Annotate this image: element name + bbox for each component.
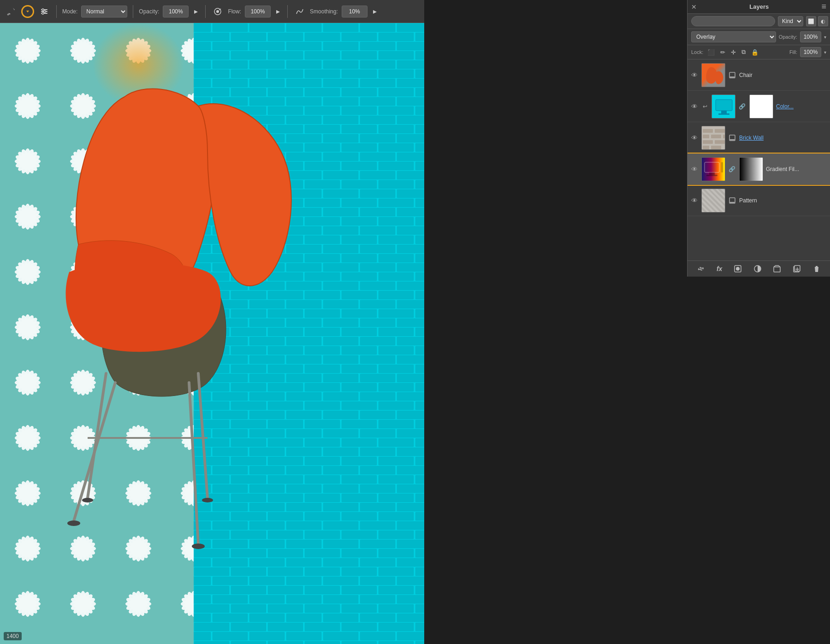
opacity-input[interactable] — [800, 31, 821, 42]
layer-visibility-eye[interactable]: 👁 — [690, 102, 699, 111]
canvas-coordinates: 1400 — [4, 632, 22, 640]
fill-input[interactable] — [800, 47, 821, 57]
canvas-area[interactable]: 1400 — [0, 23, 424, 644]
svg-rect-44 — [716, 100, 732, 111]
filter-search-input[interactable] — [691, 16, 775, 26]
blend-row: Overlay Opacity: ▾ — [688, 29, 830, 45]
fill-adjustment-button[interactable] — [751, 264, 765, 274]
lock-all-btn[interactable]: 🔒 — [750, 48, 760, 56]
new-layer-button[interactable] — [790, 264, 804, 274]
layer-visibility-eye[interactable]: 👁 — [690, 165, 699, 173]
flow-input[interactable] — [245, 6, 271, 18]
mode-label: Mode: — [62, 8, 77, 15]
svg-rect-54 — [703, 146, 709, 149]
svg-line-34 — [198, 373, 208, 498]
layer-effects-button[interactable]: fx — [714, 264, 725, 273]
link-layers-button[interactable] — [694, 264, 708, 274]
lock-transparent-btn[interactable]: ⬛ — [706, 48, 716, 56]
layer-visibility-eye[interactable]: 👁 — [690, 134, 699, 142]
smoothing-label: Smoothing: — [310, 8, 338, 15]
add-mask-button[interactable] — [731, 264, 745, 274]
svg-point-39 — [67, 520, 80, 526]
layer-link-icon: ↩ — [701, 103, 709, 110]
panel-close-button[interactable]: ✕ — [691, 3, 697, 11]
layer-chain-icon[interactable]: 🔗 — [738, 103, 746, 110]
brush-tool-icon[interactable] — [5, 5, 18, 18]
svg-rect-60 — [706, 175, 717, 176]
svg-point-40 — [192, 544, 205, 549]
filter-adjust-btn[interactable]: ◐ — [818, 16, 828, 26]
flow-label: Flow: — [228, 8, 241, 15]
opacity-input[interactable] — [163, 6, 189, 18]
filter-kind-select[interactable]: Kind — [778, 16, 803, 26]
svg-point-8 — [216, 10, 219, 13]
airbrush-icon[interactable] — [211, 5, 224, 18]
layer-name: Chair — [739, 72, 827, 78]
opacity-arrow-btn[interactable]: ▾ — [824, 35, 826, 40]
svg-rect-49 — [703, 135, 709, 138]
tool-settings-icon[interactable] — [38, 5, 51, 18]
fill-arrow-btn[interactable]: ▾ — [824, 50, 826, 55]
layers-list: 👁 Chair 👁 ↩ — [688, 59, 830, 260]
layers-bottom-bar: fx — [688, 260, 830, 277]
canvas-chair-image — [14, 51, 374, 595]
layer-type-badge — [728, 134, 736, 142]
mode-select[interactable]: Normal — [81, 6, 127, 18]
badge-icon — [729, 197, 735, 204]
lock-image-btn[interactable]: ✏ — [719, 48, 727, 56]
lock-label: Lock: — [691, 49, 703, 55]
svg-rect-46 — [718, 113, 729, 115]
lock-move-btn[interactable]: ✛ — [729, 48, 737, 56]
layer-row[interactable]: 👁 🔗 Gradient Fil... — [688, 154, 830, 185]
lock-artboard-btn[interactable]: ⧉ — [740, 48, 747, 56]
svg-rect-50 — [711, 135, 721, 138]
layer-row[interactable]: 👁 Pattern — [688, 185, 830, 216]
filter-pixel-btn[interactable]: ⬜ — [806, 16, 816, 26]
layer-visibility-eye[interactable]: 👁 — [690, 71, 699, 79]
opacity-toggle-btn[interactable]: ▸ — [192, 6, 200, 17]
svg-point-5 — [44, 11, 46, 12]
svg-rect-53 — [715, 140, 725, 144]
delete-layer-button[interactable] — [810, 264, 824, 274]
smoothing-toggle-btn[interactable]: ▸ — [371, 6, 379, 17]
layer-row[interactable]: 👁 Chair — [688, 59, 830, 91]
smoothing-input[interactable] — [342, 6, 368, 18]
svg-rect-43 — [730, 77, 735, 77]
svg-point-4 — [42, 9, 44, 11]
layer-row[interactable]: 👁 — [688, 122, 830, 154]
svg-rect-55 — [711, 146, 721, 149]
svg-rect-45 — [721, 111, 727, 113]
svg-rect-61 — [721, 162, 723, 172]
fill-label: Fill: — [789, 49, 797, 55]
layer-visibility-eye[interactable]: 👁 — [690, 196, 699, 205]
svg-rect-63 — [730, 202, 735, 203]
svg-rect-51 — [723, 135, 725, 138]
svg-line-35 — [74, 383, 115, 521]
flow-toggle-btn[interactable]: ▸ — [274, 6, 282, 17]
layer-thumbnail — [701, 157, 725, 181]
tool-options-button[interactable] — [21, 5, 34, 18]
layer-name: Gradient Fil... — [766, 166, 827, 172]
layer-type-badge — [728, 196, 736, 205]
smoothing-icon — [293, 5, 306, 18]
layer-name: Pattern — [739, 197, 827, 204]
svg-point-38 — [202, 498, 213, 502]
brick-thumb-svg — [702, 126, 725, 150]
new-group-button[interactable] — [770, 264, 784, 274]
layer-thumbnail — [701, 63, 725, 87]
blend-mode-select[interactable]: Overlay — [691, 31, 776, 42]
panel-menu-button[interactable]: ≡ — [821, 2, 826, 12]
layer-row[interactable]: 👁 ↩ 🔗 Color... — [688, 91, 830, 122]
svg-rect-57 — [730, 139, 735, 140]
panel-title: Layers — [749, 3, 769, 10]
layer-chain-icon[interactable]: 🔗 — [728, 165, 735, 173]
svg-rect-52 — [703, 140, 713, 144]
toolbar: Mode: Normal Opacity: ▸ Flow: ▸ Smoothin… — [0, 0, 424, 23]
toolbar-divider-1 — [56, 5, 57, 18]
chair-thumb-svg — [702, 64, 725, 87]
layer-mask-thumbnail — [739, 157, 763, 181]
layers-panel: ✕ Layers ≡ 🔍 Kind ⬜ ◐ T ⬡ ⬤ Overlay Opac… — [687, 0, 830, 277]
panel-titlebar: ✕ Layers ≡ — [688, 0, 830, 14]
svg-point-37 — [82, 498, 93, 502]
opacity-label: Opacity: — [779, 34, 797, 40]
